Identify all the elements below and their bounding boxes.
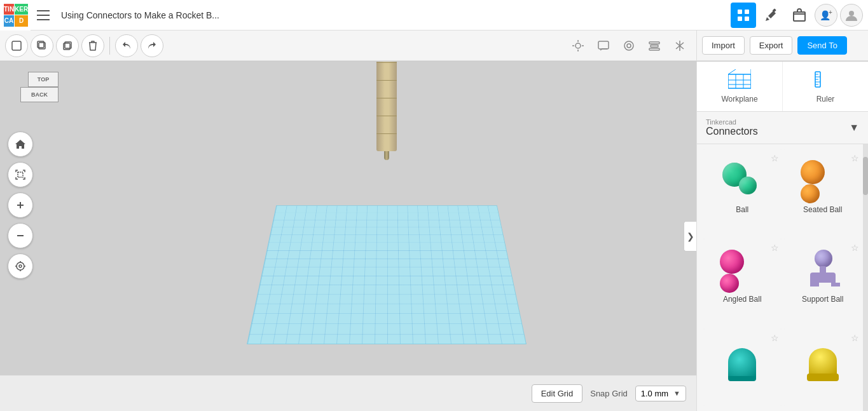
workplane-button[interactable]: Workplane [697, 62, 783, 111]
angled-ball-star[interactable]: ☆ [771, 243, 779, 253]
grid-surface[interactable] [247, 205, 527, 344]
yellow-graphic [809, 348, 837, 374]
svg-rect-24 [651, 45, 658, 47]
teal-star[interactable]: ☆ [771, 333, 779, 343]
svg-point-9 [849, 11, 854, 16]
ball-sphere-2 [739, 177, 757, 194]
new-shape-button[interactable] [5, 34, 28, 57]
home-view-button[interactable] [8, 131, 33, 157]
measure-icon[interactable] [617, 34, 640, 57]
view-cube-back[interactable]: BACK [20, 87, 59, 102]
svg-point-22 [627, 44, 631, 48]
shape-support-ball[interactable]: ☆ Support Ball [783, 239, 864, 328]
view-cube-top[interactable]: TOP [28, 72, 59, 87]
avatar-icon[interactable] [840, 4, 863, 27]
canvas-area[interactable]: TOP BACK [0, 62, 696, 411]
svg-rect-25 [649, 48, 659, 50]
send-to-button[interactable]: Send To [797, 36, 846, 55]
yellow-icon [797, 337, 848, 381]
yellow-star[interactable]: ☆ [851, 333, 859, 343]
teal-graphic [728, 348, 756, 376]
align-icon[interactable] [643, 34, 666, 57]
import-button[interactable]: Import [702, 36, 745, 55]
tinkercad-logo[interactable]: TIN KER CA D [0, 0, 31, 30]
chat-icon[interactable] [592, 34, 615, 57]
view-cube[interactable]: TOP BACK [20, 72, 66, 118]
seated-ball-graphic [801, 160, 845, 198]
shape-yellow[interactable]: ☆ [783, 329, 864, 406]
ball-shape-graphic [720, 160, 764, 198]
zoom-in-button[interactable] [8, 192, 33, 218]
logo-ker: KER [15, 4, 28, 15]
scrollbar-thumb[interactable] [863, 157, 868, 195]
main-layout: TOP BACK [0, 62, 868, 411]
redo-button[interactable] [141, 34, 163, 57]
main-toolbar [0, 30, 696, 61]
panel-collapse-arrow[interactable]: ❯ [684, 221, 696, 252]
svg-rect-0 [37, 10, 50, 11]
undo-button[interactable] [115, 34, 138, 57]
shape-teal[interactable]: ☆ [702, 329, 783, 406]
support-tab-left [810, 283, 819, 286]
left-controls [8, 131, 33, 279]
workplane-icon [728, 69, 751, 92]
svg-rect-6 [745, 17, 749, 21]
shape-angled-ball[interactable]: ☆ Angled Ball [702, 239, 783, 328]
add-person-icon[interactable]: 👤+ [815, 4, 837, 27]
ruler-label: Ruler [816, 95, 835, 104]
svg-rect-20 [598, 41, 609, 49]
snap-grid-select[interactable]: 1.0 mm ▼ [635, 386, 686, 401]
logo-ca: CA [4, 15, 14, 27]
grid-view-icon[interactable] [731, 3, 756, 28]
support-base [810, 273, 836, 283]
fit-view-button[interactable] [8, 162, 33, 187]
shape-seated-ball[interactable]: ☆ Seated Ball [783, 149, 864, 239]
delete-button[interactable] [81, 34, 104, 57]
right-panel: Workplane Ruler [696, 62, 868, 411]
zoom-out-button[interactable] [8, 223, 33, 248]
ball-label: Ball [736, 205, 748, 214]
duplicate-button[interactable] [56, 34, 79, 57]
angled-ball-sphere-2 [720, 274, 739, 293]
teal-icon [717, 337, 768, 381]
copy-button[interactable] [31, 34, 53, 57]
support-tab-right [831, 283, 840, 286]
snap-grid-label: Snap Grid [590, 389, 628, 398]
ruler-button[interactable]: Ruler [783, 62, 868, 111]
seated-ball-sphere-1 [801, 160, 825, 184]
export-button[interactable]: Export [750, 36, 793, 55]
seated-ball-star[interactable]: ☆ [851, 153, 859, 163]
logo-d: D [15, 15, 28, 27]
shapes-grid: ☆ Ball ☆ [697, 144, 868, 411]
grid-canvas[interactable] [76, 112, 696, 373]
designs-icon[interactable] [787, 3, 812, 28]
right-panel-actions: Import Export Send To [696, 30, 868, 61]
page-title: Using Connectors to Make a Rocket B... [56, 10, 731, 20]
camera-button[interactable] [8, 253, 33, 279]
workplane-ruler-section: Workplane Ruler [697, 62, 868, 112]
seated-ball-label: Seated Ball [803, 205, 842, 214]
svg-point-15 [575, 43, 581, 48]
edit-grid-button[interactable]: Edit Grid [532, 384, 583, 403]
light-icon[interactable] [567, 34, 589, 57]
support-ball-label: Support Ball [802, 295, 843, 304]
category-dropdown-arrow[interactable]: ▼ [849, 122, 859, 133]
build-icon[interactable] [759, 3, 784, 28]
logo-tin: TIN [4, 4, 14, 15]
menu-icon[interactable] [31, 0, 56, 30]
support-ball-star[interactable]: ☆ [851, 243, 859, 253]
support-ball-icon [797, 246, 848, 291]
support-sphere [815, 250, 832, 267]
category-sub: Tinkercad [706, 118, 758, 126]
svg-rect-3 [738, 10, 742, 14]
support-ball-graphic [801, 250, 845, 288]
seated-ball-icon [797, 157, 848, 201]
angled-ball-sphere-1 [720, 250, 744, 274]
angled-ball-icon [717, 246, 768, 291]
category-header: Tinkercad Connectors ▼ [697, 112, 868, 144]
teal-base-graphic [728, 376, 756, 381]
ball-star[interactable]: ☆ [771, 153, 779, 163]
mirror-icon[interactable] [668, 34, 691, 57]
shape-ball[interactable]: ☆ Ball [702, 149, 783, 239]
scrollbar-track[interactable] [863, 144, 868, 411]
